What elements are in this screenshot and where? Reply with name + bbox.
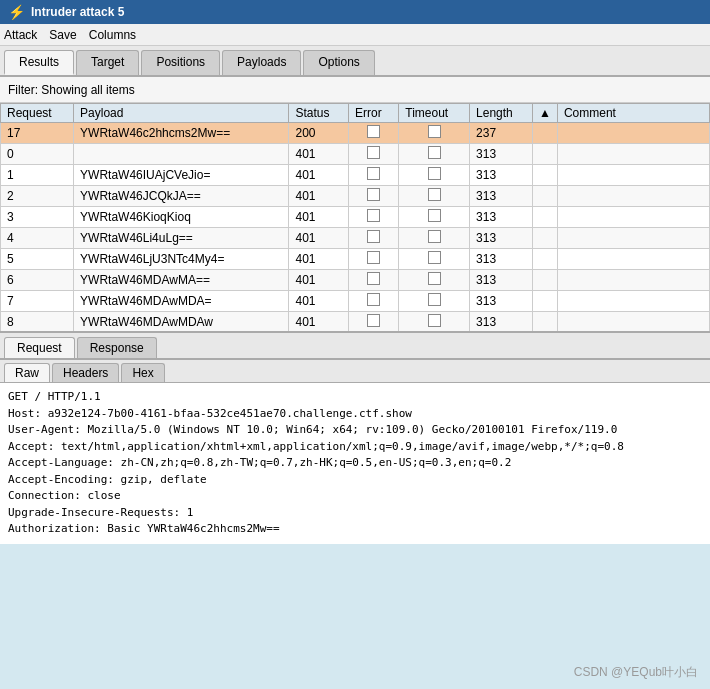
checkbox[interactable] <box>428 314 441 327</box>
results-table-wrapper[interactable]: Request Payload Status Error Timeout Len… <box>0 103 710 333</box>
table-row[interactable]: 3YWRtaW46KioqKioq401313 <box>1 207 710 228</box>
cell-timeout[interactable] <box>399 207 470 228</box>
subtab-headers[interactable]: Headers <box>52 363 119 382</box>
cell-error[interactable] <box>349 165 399 186</box>
checkbox[interactable] <box>367 167 380 180</box>
cell-error[interactable] <box>349 312 399 333</box>
menu-attack[interactable]: Attack <box>4 28 37 42</box>
menu-bar: Attack Save Columns <box>0 24 710 46</box>
subtab-hex[interactable]: Hex <box>121 363 164 382</box>
filter-bar: Filter: Showing all items <box>0 77 710 103</box>
cell-timeout[interactable] <box>399 144 470 165</box>
checkbox[interactable] <box>367 146 380 159</box>
checkbox[interactable] <box>428 125 441 138</box>
cell-sort <box>533 123 558 144</box>
table-row[interactable]: 5YWRtaW46LjU3NTc4My4=401313 <box>1 249 710 270</box>
checkbox[interactable] <box>428 146 441 159</box>
cell-sort <box>533 207 558 228</box>
checkbox[interactable] <box>428 167 441 180</box>
table-row[interactable]: 1YWRtaW46IUAjCVeJio=401313 <box>1 165 710 186</box>
checkbox[interactable] <box>428 272 441 285</box>
table-row[interactable]: 17YWRtaW46c2hhcms2Mw==200237 <box>1 123 710 144</box>
cell-payload: YWRtaW46MDAwMDA= <box>74 291 289 312</box>
checkbox[interactable] <box>367 251 380 264</box>
tab-target[interactable]: Target <box>76 50 139 75</box>
cell-sort <box>533 312 558 333</box>
cell-error[interactable] <box>349 270 399 291</box>
checkbox[interactable] <box>367 188 380 201</box>
table-row[interactable]: 2YWRtaW46JCQkJA==401313 <box>1 186 710 207</box>
checkbox[interactable] <box>428 251 441 264</box>
cell-timeout[interactable] <box>399 270 470 291</box>
col-request[interactable]: Request <box>1 104 74 123</box>
cell-error[interactable] <box>349 249 399 270</box>
cell-timeout[interactable] <box>399 123 470 144</box>
cell-timeout[interactable] <box>399 312 470 333</box>
tab-results[interactable]: Results <box>4 50 74 75</box>
tab-response[interactable]: Response <box>77 337 157 358</box>
col-comment[interactable]: Comment <box>557 104 709 123</box>
table-row[interactable]: 6YWRtaW46MDAwMA==401313 <box>1 270 710 291</box>
checkbox[interactable] <box>428 209 441 222</box>
cell-payload: YWRtaW46MDAwMA== <box>74 270 289 291</box>
subtab-raw[interactable]: Raw <box>4 363 50 382</box>
cell-status: 401 <box>289 228 349 249</box>
cell-request: 7 <box>1 291 74 312</box>
cell-error[interactable] <box>349 207 399 228</box>
tab-options[interactable]: Options <box>303 50 374 75</box>
title-bar: ⚡ Intruder attack 5 <box>0 0 710 24</box>
cell-length: 313 <box>470 270 533 291</box>
checkbox[interactable] <box>367 230 380 243</box>
tab-positions[interactable]: Positions <box>141 50 220 75</box>
cell-status: 401 <box>289 165 349 186</box>
menu-columns[interactable]: Columns <box>89 28 136 42</box>
col-error[interactable]: Error <box>349 104 399 123</box>
cell-length: 313 <box>470 144 533 165</box>
menu-save[interactable]: Save <box>49 28 76 42</box>
cell-status: 401 <box>289 144 349 165</box>
checkbox[interactable] <box>367 272 380 285</box>
cell-timeout[interactable] <box>399 249 470 270</box>
checkbox[interactable] <box>367 314 380 327</box>
cell-comment <box>557 123 709 144</box>
col-payload[interactable]: Payload <box>74 104 289 123</box>
table-row[interactable]: 4YWRtaW46Li4uLg==401313 <box>1 228 710 249</box>
checkbox[interactable] <box>428 188 441 201</box>
table-row[interactable]: 7YWRtaW46MDAwMDA=401313 <box>1 291 710 312</box>
cell-request: 6 <box>1 270 74 291</box>
cell-request: 1 <box>1 165 74 186</box>
checkbox[interactable] <box>367 125 380 138</box>
cell-error[interactable] <box>349 123 399 144</box>
cell-timeout[interactable] <box>399 186 470 207</box>
col-length[interactable]: Length <box>470 104 533 123</box>
request-body: GET / HTTP/1.1 Host: a932e124-7b00-4161-… <box>0 383 710 544</box>
col-timeout[interactable]: Timeout <box>399 104 470 123</box>
cell-timeout[interactable] <box>399 165 470 186</box>
cell-comment <box>557 144 709 165</box>
table-row[interactable]: 0401313 <box>1 144 710 165</box>
cell-timeout[interactable] <box>399 228 470 249</box>
cell-comment <box>557 186 709 207</box>
col-sort-indicator[interactable]: ▲ <box>533 104 558 123</box>
cell-status: 401 <box>289 312 349 333</box>
cell-error[interactable] <box>349 291 399 312</box>
cell-length: 237 <box>470 123 533 144</box>
cell-error[interactable] <box>349 186 399 207</box>
cell-error[interactable] <box>349 228 399 249</box>
app-icon: ⚡ <box>8 4 25 20</box>
table-row[interactable]: 8YWRtaW46MDAwMDAw401313 <box>1 312 710 333</box>
cell-error[interactable] <box>349 144 399 165</box>
tab-payloads[interactable]: Payloads <box>222 50 301 75</box>
cell-payload: YWRtaW46Li4uLg== <box>74 228 289 249</box>
checkbox[interactable] <box>428 230 441 243</box>
cell-sort <box>533 228 558 249</box>
tab-request[interactable]: Request <box>4 337 75 358</box>
col-status[interactable]: Status <box>289 104 349 123</box>
cell-length: 313 <box>470 165 533 186</box>
checkbox[interactable] <box>428 293 441 306</box>
checkbox[interactable] <box>367 293 380 306</box>
cell-timeout[interactable] <box>399 291 470 312</box>
window-title: Intruder attack 5 <box>31 5 124 19</box>
cell-sort <box>533 249 558 270</box>
checkbox[interactable] <box>367 209 380 222</box>
